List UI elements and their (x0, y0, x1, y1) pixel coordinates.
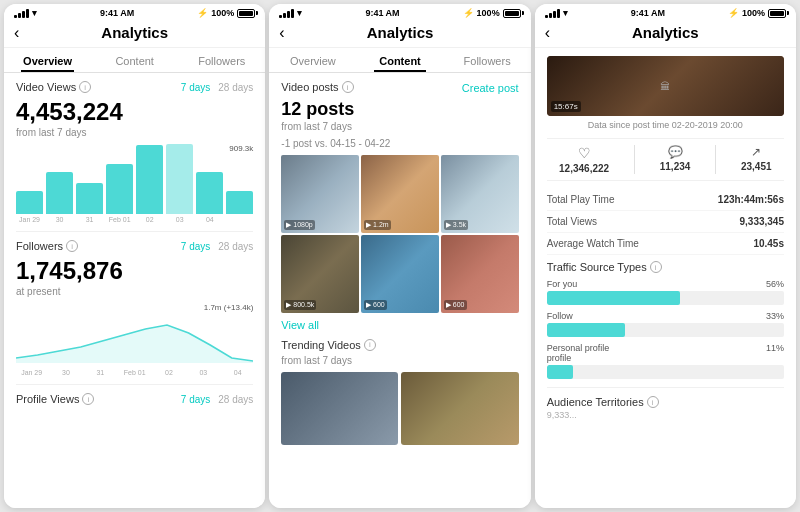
bluetooth-icon: ⚡ (197, 8, 208, 18)
trend-thumb-2[interactable] (401, 372, 518, 445)
page-title-1: Analytics (101, 24, 168, 41)
avg-watch-time-row: Average Watch Time 10.45s (547, 233, 784, 255)
panel-content: ▾ 9:41 AM ⚡ 100% ‹ Analytics Overview Co… (269, 4, 530, 508)
view-all-button[interactable]: View all (281, 319, 518, 331)
period-28days-views[interactable]: 28 days (218, 82, 253, 93)
header-3: ‹ Analytics (535, 20, 796, 48)
video-thumb-4[interactable]: ▶ 800.5k (281, 235, 359, 313)
video-thumb-2[interactable]: ▶ 1.2m (361, 155, 439, 233)
back-button-2[interactable]: ‹ (279, 24, 284, 42)
status-left-1: ▾ (14, 8, 37, 18)
bluetooth-icon-3: ⚡ (728, 8, 739, 18)
header-1: ‹ Analytics (4, 20, 265, 48)
divider-3 (547, 387, 784, 388)
create-post-button[interactable]: Create post (462, 82, 519, 94)
traffic-label: Traffic Source Types i (547, 261, 784, 273)
info-icon-profile: i (82, 393, 94, 405)
video-duration-3: ▶ 3.5k (444, 220, 468, 230)
period-7days-views[interactable]: 7 days (181, 82, 210, 93)
panel-overview: ▾ 9:41 AM ⚡ 100% ‹ Analytics Overview Co… (4, 4, 265, 508)
back-button-3[interactable]: ‹ (545, 24, 550, 42)
signal-icon (14, 9, 29, 18)
info-icon-posts: i (342, 81, 354, 93)
trend-thumb-1[interactable] (281, 372, 398, 445)
eng-divider-2 (715, 145, 716, 174)
traffic-follow: Follow 33% (547, 311, 784, 337)
bar-8 (226, 191, 253, 214)
period-selector-views: 7 days 28 days (181, 82, 254, 93)
audience-section: Audience Territories i 9,333... (547, 396, 784, 420)
likes-count: 12,346,222 (559, 163, 609, 174)
likes-item: ♡ 12,346,222 (559, 145, 609, 174)
back-button-1[interactable]: ‹ (14, 24, 19, 42)
period-28days-profile[interactable]: 28 days (218, 394, 253, 405)
video-thumb-5[interactable]: ▶ 600 (361, 235, 439, 313)
video-views-sub: from last 7 days (16, 127, 253, 138)
video-duration-6: ▶ 600 (444, 300, 467, 310)
period-28days-followers[interactable]: 28 days (218, 241, 253, 252)
total-play-time-row: Total Play Time 123h:44m:56s (547, 189, 784, 211)
status-left-3: ▾ (545, 8, 568, 18)
status-right-3: ⚡ 100% (728, 8, 786, 18)
tab-content-2[interactable]: Content (356, 48, 443, 72)
traffic-for-you-label: For you 56% (547, 279, 784, 289)
header-2: ‹ Analytics (269, 20, 530, 48)
battery-text: 100% (211, 8, 234, 18)
tab-content-1[interactable]: Content (91, 48, 178, 72)
status-bar-2: ▾ 9:41 AM ⚡ 100% (269, 4, 530, 20)
shares-count: 23,451 (741, 161, 772, 172)
line-chart-peak: 1.7m (+13.4k) (204, 303, 254, 312)
trending-section: Trending Videos i from last 7 days (281, 339, 518, 445)
like-icon: ♡ (578, 145, 591, 161)
info-icon-trending: i (364, 339, 376, 351)
profile-views-label: Profile Views i (16, 393, 94, 405)
followers-sub: at present (16, 286, 253, 297)
video-thumb-6[interactable]: ▶ 600 (441, 235, 519, 313)
tab-followers-2[interactable]: Followers (444, 48, 531, 72)
video-duration-1: ▶ 1080p (284, 220, 314, 230)
trending-label: Trending Videos i (281, 339, 518, 351)
tab-overview-1[interactable]: Overview (4, 48, 91, 72)
status-right-1: ⚡ 100% (197, 8, 255, 18)
status-time-3: 9:41 AM (631, 8, 665, 18)
posts-sub2: -1 post vs. 04-15 - 04-22 (281, 138, 518, 149)
video-thumb-3[interactable]: ▶ 3.5k (441, 155, 519, 233)
bluetooth-icon-2: ⚡ (463, 8, 474, 18)
tab-overview-2[interactable]: Overview (269, 48, 356, 72)
traffic-bar-bg-3 (547, 365, 784, 379)
tab-followers-1[interactable]: Followers (178, 48, 265, 72)
comments-count: 11,234 (660, 161, 691, 172)
traffic-personal: Personal profileprofile 11% (547, 343, 784, 379)
wifi-icon: ▾ (32, 8, 37, 18)
video-grid: ▶ 1080p ▶ 1.2m ▶ 3.5k ▶ 800.5k ▶ 600 ▶ 6… (281, 155, 518, 313)
video-posts-header: Video posts i Create post (281, 81, 518, 95)
period-selector-profile: 7 days 28 days (181, 394, 254, 405)
video-posts-section: Video posts i Create post 12 posts from … (281, 81, 518, 149)
panel-post-detail: ▾ 9:41 AM ⚡ 100% ‹ Analytics 🏛 15:67s Da… (535, 4, 796, 508)
divider-2 (16, 384, 253, 385)
shares-item: ↗ 23,451 (741, 145, 772, 174)
comment-icon: 💬 (668, 145, 683, 159)
status-right-2: ⚡ 100% (463, 8, 521, 18)
traffic-bar-bg-1 (547, 291, 784, 305)
post-duration: 15:67s (551, 101, 581, 112)
avg-watch-time-value: 10.45s (753, 238, 784, 249)
profile-views-section: Profile Views i 7 days 28 days (16, 393, 253, 407)
total-play-time-label: Total Play Time (547, 194, 615, 205)
period-7days-profile[interactable]: 7 days (181, 394, 210, 405)
video-duration-5: ▶ 600 (364, 300, 387, 310)
eng-divider-1 (634, 145, 635, 174)
video-views-stat: 4,453,224 (16, 98, 253, 126)
battery-icon-3 (768, 9, 786, 18)
views-bar-chart: 909.3k (16, 144, 253, 214)
video-views-section: Video Views i 7 days 28 days 4,453,224 f… (16, 81, 253, 223)
signal-icon-2 (279, 9, 294, 18)
video-posts-label: Video posts i (281, 81, 353, 93)
period-7days-followers[interactable]: 7 days (181, 241, 210, 252)
chart-peak: 909.3k (229, 144, 253, 153)
video-thumb-1[interactable]: ▶ 1080p (281, 155, 359, 233)
traffic-bar-fill-2 (547, 323, 625, 337)
bar-7 (196, 172, 223, 214)
signal-icon-3 (545, 9, 560, 18)
panel-content-3: 🏛 15:67s Data since post time 02-20-2019… (535, 48, 796, 508)
